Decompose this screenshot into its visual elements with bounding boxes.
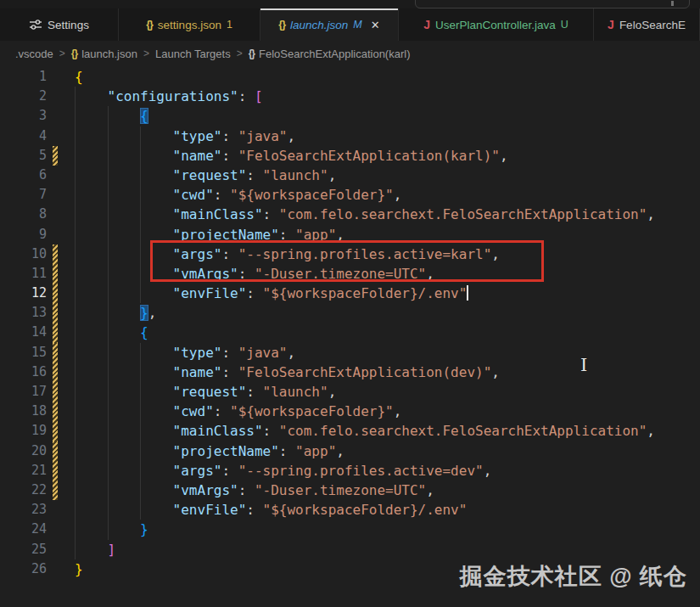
code-line[interactable]: 9 "projectName": "app",	[0, 225, 700, 244]
code-text: "cwd": "${workspaceFolder}",	[75, 402, 401, 421]
code-line[interactable]: 1{	[0, 67, 700, 87]
line-number[interactable]: 16	[0, 363, 47, 382]
code-line[interactable]: 15 "type": "java",	[0, 343, 700, 363]
breadcrumb-item[interactable]: Launch Targets	[155, 48, 231, 60]
line-number[interactable]: 14	[0, 323, 47, 342]
modified-gutter-marker	[53, 284, 58, 303]
code-text: "type": "java",	[75, 126, 295, 146]
code-line[interactable]: 20 "projectName": "app",	[0, 441, 700, 461]
code-line[interactable]: 12 "envFile": "${workspaceFolder}/.env"	[0, 284, 700, 303]
text-caret	[467, 285, 468, 301]
code-text: "projectName": "app",	[75, 225, 344, 244]
code-line[interactable]: 5 "name": "FeloSearchExtApplication(karl…	[0, 146, 700, 166]
title-bar	[0, 0, 700, 8]
code-line[interactable]: 18 "cwd": "${workspaceFolder}",	[0, 402, 700, 421]
code-line[interactable]: 22 "vmArgs": "-Duser.timezone=UTC",	[0, 481, 700, 500]
tab-launch-json[interactable]: {}launch.jsonM✕	[260, 8, 399, 41]
code-line[interactable]: 23 "envFile": "${workspaceFolder}/.env"	[0, 500, 700, 520]
code-text: {	[75, 67, 83, 87]
tab-label: Settings	[48, 19, 89, 31]
code-line[interactable]: 13 },	[0, 303, 700, 323]
code-text: "mainClass": "com.felo.searchext.FeloSea…	[75, 421, 655, 441]
tab-label: UserPlanController.java	[435, 19, 556, 31]
code-text: "envFile": "${workspaceFolder}/.env"	[75, 284, 468, 303]
editor[interactable]: 1{2 "configurations": [3 {4 "type": "jav…	[0, 66, 700, 607]
braces-icon: {}	[71, 48, 77, 59]
code-text: "configurations": [	[75, 87, 263, 106]
tab-label: settings.json	[158, 19, 221, 31]
line-number[interactable]: 9	[0, 225, 47, 244]
code-line[interactable]: 2 "configurations": [	[0, 87, 700, 106]
modified-gutter-marker	[53, 343, 58, 363]
braces-icon: {}	[278, 19, 285, 31]
line-number[interactable]: 18	[0, 402, 47, 421]
code-line[interactable]: 17 "request": "launch",	[0, 382, 700, 402]
code-line[interactable]: 19 "mainClass": "com.felo.searchext.Felo…	[0, 421, 700, 441]
modified-gutter-marker	[53, 481, 58, 500]
tab-settings-json[interactable]: {}settings.json1	[119, 8, 260, 41]
breadcrumb-label: .vscode	[15, 48, 53, 60]
code-text: }	[75, 559, 83, 579]
line-number[interactable]: 13	[0, 303, 47, 323]
line-number[interactable]: 17	[0, 382, 47, 402]
code-line[interactable]: 24 }	[0, 520, 700, 539]
line-number[interactable]: 2	[0, 87, 47, 106]
code-line[interactable]: 8 "mainClass": "com.felo.searchext.FeloS…	[0, 205, 700, 224]
sliders-icon	[29, 18, 42, 31]
modified-gutter-marker	[53, 363, 58, 382]
line-number[interactable]: 3	[0, 106, 47, 126]
line-number[interactable]: 19	[0, 421, 47, 441]
close-icon[interactable]: ✕	[371, 19, 380, 31]
line-number[interactable]: 25	[0, 540, 47, 559]
command-center[interactable]	[415, 0, 690, 8]
tab-felosearchext-java[interactable]: JFeloSearchE	[594, 8, 700, 41]
code-text: "type": "java",	[75, 343, 295, 363]
line-number[interactable]: 5	[0, 146, 47, 166]
line-number[interactable]: 24	[0, 520, 47, 539]
line-number[interactable]: 1	[0, 67, 47, 87]
line-number[interactable]: 12	[0, 284, 47, 303]
code-text: "name": "FeloSearchExtApplication(dev)",	[75, 363, 500, 382]
modified-gutter-marker	[53, 303, 58, 323]
line-number[interactable]: 21	[0, 461, 47, 481]
code-line[interactable]: 3 {	[0, 106, 700, 126]
line-number[interactable]: 10	[0, 244, 47, 264]
line-number[interactable]: 23	[0, 500, 47, 520]
line-number[interactable]: 11	[0, 264, 47, 284]
vscode-window: Settings{}settings.json1{}launch.jsonM✕J…	[0, 0, 700, 607]
code-text: {	[75, 106, 148, 126]
code-line[interactable]: 10 "args": "--spring.profiles.active=kar…	[0, 244, 700, 264]
code-line[interactable]: 6 "request": "launch",	[0, 166, 700, 185]
tab-settings[interactable]: Settings	[0, 8, 119, 41]
code-text: {	[75, 323, 148, 342]
breadcrumb-item[interactable]: {}FeloSearchExtApplication(karl)	[249, 48, 411, 60]
breadcrumb-item[interactable]: {}launch.json	[71, 48, 137, 60]
braces-icon: {}	[146, 19, 153, 31]
modified-gutter-marker	[53, 323, 58, 342]
line-number[interactable]: 6	[0, 166, 47, 185]
line-number[interactable]: 8	[0, 205, 47, 224]
code-text: "vmArgs": "-Duser.timezone=UTC",	[75, 264, 434, 284]
code-line[interactable]: 4 "type": "java",	[0, 126, 700, 146]
command-center-tick	[671, 1, 674, 6]
code-line[interactable]: 14 {	[0, 323, 700, 342]
code-text: "args": "--spring.profiles.active=dev",	[75, 461, 491, 481]
line-number[interactable]: 20	[0, 441, 47, 461]
line-number[interactable]: 7	[0, 185, 47, 205]
line-number[interactable]: 4	[0, 126, 47, 146]
breadcrumb-item[interactable]: .vscode	[15, 48, 53, 60]
tab-userplancontroller-java[interactable]: JUserPlanController.javaU	[399, 8, 594, 41]
code-line[interactable]: 11 "vmArgs": "-Duser.timezone=UTC",	[0, 264, 700, 284]
modified-gutter-marker	[53, 441, 58, 461]
code-line[interactable]: 25 ]	[0, 540, 700, 559]
line-number[interactable]: 26	[0, 559, 47, 579]
code-text: },	[75, 303, 156, 323]
code-text: "request": "launch",	[75, 382, 336, 402]
line-number[interactable]: 22	[0, 481, 47, 500]
line-number[interactable]: 15	[0, 343, 47, 363]
code-line[interactable]: 21 "args": "--spring.profiles.active=dev…	[0, 461, 700, 481]
tab-git-badge: U	[561, 19, 568, 31]
code-line[interactable]: 16 "name": "FeloSearchExtApplication(dev…	[0, 363, 700, 382]
braces-icon: {}	[249, 48, 255, 59]
code-line[interactable]: 7 "cwd": "${workspaceFolder}",	[0, 185, 700, 205]
